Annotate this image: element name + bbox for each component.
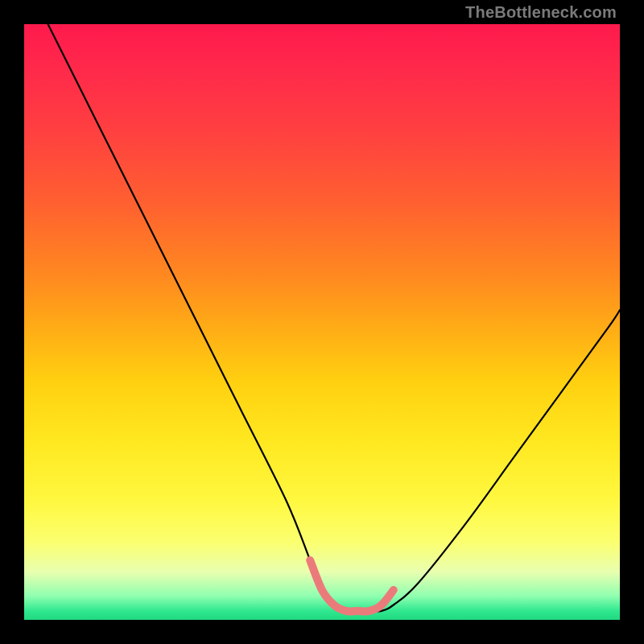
chart-frame: TheBottleneck.com	[0, 0, 644, 644]
curve-black	[48, 24, 620, 611]
plot-area	[24, 24, 620, 620]
chart-svg	[24, 24, 620, 620]
curve-pink	[310, 560, 394, 611]
watermark-text: TheBottleneck.com	[465, 3, 617, 22]
